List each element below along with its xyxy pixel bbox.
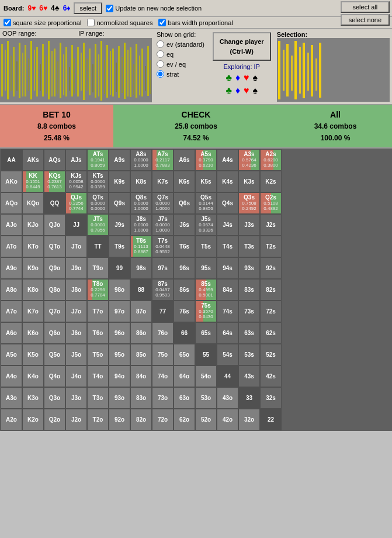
hand-cell-j4o[interactable]: J4o (65, 365, 87, 387)
hand-cell-t6o[interactable]: T6o (87, 322, 109, 344)
hand-cell-q9s[interactable]: Q9s (109, 192, 130, 214)
hand-cell-q6o[interactable]: Q6o (44, 322, 65, 344)
radio-strat[interactable]: strat (157, 70, 204, 78)
hand-cell-k7o[interactable]: K7o (22, 301, 44, 322)
hand-cell-kqo[interactable]: KQo (22, 192, 44, 214)
hand-cell-94o[interactable]: 94o (109, 365, 130, 387)
update-checkbox[interactable] (106, 5, 113, 12)
hand-cell-jts[interactable]: JTs 0.0000 0.7856 (87, 214, 109, 236)
hand-cell-42o[interactable]: 42o (217, 409, 238, 430)
hand-cell-t9s[interactable]: T9s (109, 236, 130, 257)
hand-cell-65o[interactable]: 65o (174, 344, 195, 365)
hand-cell-76o[interactable]: 76o (152, 322, 174, 344)
square-size-checkbox[interactable]: square size proportional (4, 19, 81, 26)
hand-cell-95s[interactable]: 95s (195, 257, 217, 279)
hand-cell-65s[interactable]: 65s (195, 322, 217, 344)
hand-cell-aqs[interactable]: AQs (44, 149, 65, 171)
hand-cell-k5s[interactable]: K5s (195, 171, 217, 192)
hand-cell-62o[interactable]: 62o (174, 409, 195, 430)
hand-cell-99[interactable]: 99 (109, 257, 130, 279)
hand-cell-q5s[interactable]: Q5s 0.0144 0.9856 (195, 192, 217, 214)
hand-cell-t8o[interactable]: T8o 0.2296 0.7704 (87, 279, 109, 301)
update-checkbox-label[interactable]: Update on new node selection (106, 5, 202, 12)
hand-cell-aqo[interactable]: AQo (1, 192, 22, 214)
hand-cell-j8o[interactable]: J8o (65, 279, 87, 301)
hand-cell-63o[interactable]: 63o (174, 387, 195, 409)
hand-cell-q3s[interactable]: Q3s 0.7508 0.2492 (238, 192, 260, 214)
hand-cell-a2o[interactable]: A2o (1, 409, 22, 430)
hand-cell-85s[interactable]: 85s 0.4999 0.5001 (195, 279, 217, 301)
hand-cell-k6o[interactable]: K6o (22, 322, 44, 344)
hand-cell-j7s[interactable]: J7s 0.0000 1.0000 (152, 214, 174, 236)
hand-cell-kk[interactable]: KK 0.1551 0.8449 (22, 171, 44, 192)
hand-cell-95o[interactable]: 95o (109, 344, 130, 365)
hand-cell-98s[interactable]: 98s (130, 257, 152, 279)
hand-cell-52o[interactable]: 52o (195, 409, 217, 430)
hand-cell-98o[interactable]: 98o (109, 279, 130, 301)
hand-cell-t8s[interactable]: T8s 0.1113 0.8887 (130, 236, 152, 257)
hand-cell-t2o[interactable]: T2o (87, 409, 109, 430)
hand-cell-76s[interactable]: 76s (174, 301, 195, 322)
hand-cell-q7o[interactable]: Q7o (44, 301, 65, 322)
hand-cell-t2s[interactable]: T2s (260, 236, 282, 257)
hand-cell-ako[interactable]: AKo (1, 171, 22, 192)
hand-cell-j9o[interactable]: J9o (65, 257, 87, 279)
hand-cell-75o[interactable]: 75o (152, 344, 174, 365)
hand-cell-92o[interactable]: 92o (109, 409, 130, 430)
hand-cell-a7o[interactable]: A7o (1, 301, 22, 322)
hand-cell-53o[interactable]: 53o (195, 387, 217, 409)
hand-cell-t7o[interactable]: T7o (87, 301, 109, 322)
hand-cell-a6s[interactable]: A6s (174, 149, 195, 171)
hand-cell-ajs[interactable]: AJs (65, 149, 87, 171)
hand-cell-64o[interactable]: 64o (174, 365, 195, 387)
hand-cell-q4s[interactable]: Q4s (217, 192, 238, 214)
hand-cell-j6s[interactable]: J6s (174, 214, 195, 236)
hand-cell-t7s[interactable]: T7s 0.0448 0.9552 (152, 236, 174, 257)
hand-cell-t4s[interactable]: T4s (217, 236, 238, 257)
hand-cell-a3s[interactable]: A3s 0.5764 0.4236 (238, 149, 260, 171)
hand-cell-86s[interactable]: 86s (174, 279, 195, 301)
hand-cell-kto[interactable]: KTo (22, 236, 44, 257)
select-all-button[interactable]: select all (341, 1, 390, 13)
hand-cell-33[interactable]: 33 (238, 387, 260, 409)
hand-cell-j4s[interactable]: J4s (217, 214, 238, 236)
hand-cell-q7s[interactable]: Q7s 0.0000 1.0000 (152, 192, 174, 214)
hand-cell-97o[interactable]: 97o (109, 301, 130, 322)
hand-cell-32s[interactable]: 32s (260, 387, 282, 409)
hand-cell-82o[interactable]: 82o (130, 409, 152, 430)
hand-cell-j8s[interactable]: J8s 0.0000 1.0000 (130, 214, 152, 236)
bars-width-checkbox[interactable]: bars width proportional (158, 19, 233, 26)
hand-cell-a9s[interactable]: A9s (109, 149, 130, 171)
hand-cell-a6o[interactable]: A6o (1, 322, 22, 344)
hand-cell-aks[interactable]: AKs (22, 149, 44, 171)
hand-cell-j2o[interactable]: J2o (65, 409, 87, 430)
hand-cell-a9o[interactable]: A9o (1, 257, 22, 279)
hand-cell-k4s[interactable]: K4s (217, 171, 238, 192)
hand-cell-k9o[interactable]: K9o (22, 257, 44, 279)
hand-cell-kqs[interactable]: KQs 0.2387 0.7613 (44, 171, 65, 192)
hand-cell-a5s[interactable]: A5s 0.3790 0.6210 (195, 149, 217, 171)
hand-cell-k5o[interactable]: K5o (22, 344, 44, 365)
hand-cell-k8o[interactable]: K8o (22, 279, 44, 301)
hand-cell-j5o[interactable]: J5o (65, 344, 87, 365)
hand-cell-86o[interactable]: 86o (130, 322, 152, 344)
hand-cell-k2o[interactable]: K2o (22, 409, 44, 430)
hand-cell-ato[interactable]: ATo (1, 236, 22, 257)
hand-cell-k9s[interactable]: K9s (109, 171, 130, 192)
hand-cell-t9o[interactable]: T9o (87, 257, 109, 279)
hand-cell-aa[interactable]: AA (1, 149, 22, 171)
hand-cell-t5o[interactable]: T5o (87, 344, 109, 365)
hand-cell-55[interactable]: 55 (195, 344, 217, 365)
hand-cell-74s[interactable]: 74s (217, 301, 238, 322)
select-none-button[interactable]: select none (341, 14, 390, 26)
select-button[interactable]: select (74, 2, 102, 14)
hand-cell-82s[interactable]: 82s (260, 279, 282, 301)
hand-cell-ajo[interactable]: AJo (1, 214, 22, 236)
hand-cell-77[interactable]: 77 (152, 301, 174, 322)
hand-cell-a4o[interactable]: A4o (1, 365, 22, 387)
hand-cell-qjo[interactable]: QJo (44, 214, 65, 236)
hand-cell-a7s[interactable]: A7s 0.2117 0.7883 (152, 149, 174, 171)
hand-cell-87s[interactable]: 87s 0.0497 0.9503 (152, 279, 174, 301)
hand-cell-qts[interactable]: QTs 0.0000 0.0000 (87, 192, 109, 214)
hand-cell-32o[interactable]: 32o (238, 409, 260, 430)
